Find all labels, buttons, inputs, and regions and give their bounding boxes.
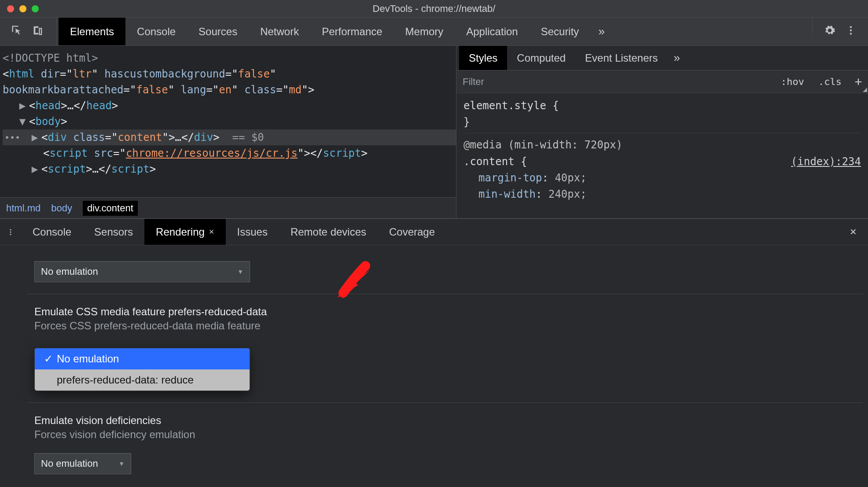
emulate-select-generic[interactable]: No emulation ▼ (34, 261, 250, 282)
chevron-down-icon: ▼ (118, 460, 125, 467)
drawer-tab-issues[interactable]: Issues (226, 219, 279, 245)
styles-tabs: Styles Computed Event Listeners » (456, 46, 868, 70)
kebab-menu-icon[interactable] (845, 25, 857, 38)
tab-memory[interactable]: Memory (394, 18, 455, 45)
expand-arrow-icon[interactable]: ▶ (18, 98, 26, 114)
section-description: Forces vision deficiency emulation (34, 428, 868, 441)
css-prop[interactable]: min-width (478, 188, 536, 200)
styles-filter-row: :hov .cls + (456, 70, 868, 93)
window-maximize-icon[interactable] (32, 5, 39, 12)
rule-selector: .content { (463, 155, 527, 168)
toolbar-left-icons (0, 18, 55, 45)
drawer-kebab-icon[interactable] (0, 219, 21, 245)
vision-deficiency-select[interactable]: No emulation ▼ (34, 453, 131, 474)
settings-icon[interactable] (824, 25, 835, 38)
annotation-arrow-icon (335, 261, 374, 301)
tab-security[interactable]: Security (530, 18, 591, 45)
tab-application[interactable]: Application (455, 18, 529, 45)
drawer: Console Sensors Rendering × Issues Remot… (0, 218, 868, 474)
resize-corner-icon[interactable] (863, 88, 867, 92)
separator (56, 18, 57, 45)
dropdown-option[interactable]: prefers-reduced-data: reduce (35, 369, 250, 391)
divider (26, 294, 863, 294)
element-style-selector: element.style { (463, 98, 861, 114)
svg-point-0 (850, 26, 852, 28)
styles-rules[interactable]: element.style { } @media (min-width: 720… (456, 93, 868, 205)
window-close-icon[interactable] (7, 5, 14, 12)
css-prop[interactable]: margin-top (478, 172, 542, 184)
svg-point-5 (10, 233, 11, 235)
drawer-tab-rendering-label: Rendering (156, 226, 205, 238)
tab-elements[interactable]: Elements (59, 18, 125, 45)
window-traffic-lights (0, 5, 39, 12)
device-toolbar-icon[interactable] (32, 24, 44, 39)
dropdown-option-label: No emulation (57, 353, 119, 365)
dom-tree[interactable]: <!DOCTYPE html> <html dir="ltr" hascusto… (0, 46, 456, 197)
svg-point-4 (10, 231, 11, 232)
breadcrumb-item[interactable]: body (51, 203, 72, 214)
tab-console[interactable]: Console (125, 18, 187, 45)
main-tabs-more-icon[interactable]: » (590, 18, 612, 45)
styles-pane: Styles Computed Event Listeners » :hov .… (456, 46, 868, 218)
drawer-tab-sensors[interactable]: Sensors (83, 219, 144, 245)
source-link[interactable]: (index):234 (791, 154, 861, 170)
element-style-close: } (463, 114, 861, 130)
select-value: No emulation (41, 266, 98, 277)
media-query-label: @media (min-width: 720px) (463, 137, 861, 153)
hov-toggle[interactable]: :hov (774, 76, 811, 87)
styles-tabs-more-icon[interactable]: » (668, 46, 686, 70)
drawer-close-icon[interactable]: × (839, 219, 868, 245)
tab-network[interactable]: Network (249, 18, 310, 45)
tab-performance[interactable]: Performance (310, 18, 394, 45)
inspect-element-icon[interactable] (11, 24, 23, 39)
section-description: Forces CSS prefers-reduced-data media fe… (34, 320, 868, 332)
drawer-tabs: Console Sensors Rendering × Issues Remot… (0, 219, 868, 245)
content-row: <!DOCTYPE html> <html dir="ltr" hascusto… (0, 46, 868, 218)
main-tab-row: Elements Console Sources Network Perform… (59, 18, 613, 45)
tab-styles[interactable]: Styles (459, 46, 507, 70)
drawer-tab-remote-devices[interactable]: Remote devices (279, 219, 378, 245)
breadcrumb-item[interactable]: html.md (6, 203, 40, 214)
close-tab-icon[interactable]: × (209, 227, 214, 237)
svg-point-3 (10, 229, 11, 230)
prefers-reduced-data-dropdown[interactable]: ✓ No emulation prefers-reduced-data: red… (34, 348, 250, 391)
divider (26, 402, 863, 403)
dropdown-option-label: prefers-reduced-data: reduce (57, 374, 194, 386)
dropdown-option[interactable]: ✓ No emulation (35, 348, 250, 369)
svg-point-2 (850, 33, 852, 34)
tab-computed[interactable]: Computed (507, 46, 575, 70)
drawer-tab-console[interactable]: Console (21, 219, 83, 245)
styles-filter-input[interactable] (456, 76, 774, 88)
window-titlebar: DevTools - chrome://newtab/ (0, 0, 868, 18)
expand-arrow-icon[interactable]: ▶ (31, 129, 39, 145)
drawer-tab-coverage[interactable]: Coverage (378, 219, 446, 245)
tab-event-listeners[interactable]: Event Listeners (575, 46, 667, 70)
separator (812, 18, 813, 33)
main-tabs: Elements Console Sources Network Perform… (0, 18, 868, 46)
breadcrumb: html.md body div.content (0, 197, 456, 218)
tab-sources[interactable]: Sources (187, 18, 249, 45)
checkmark-icon: ✓ (44, 353, 53, 365)
css-val[interactable]: 40px; (555, 172, 586, 184)
select-value: No emulation (41, 458, 98, 469)
section-title: Emulate vision deficiencies (34, 414, 868, 427)
drawer-tab-rendering[interactable]: Rendering × (144, 219, 225, 245)
window-title: DevTools - chrome://newtab/ (0, 3, 868, 15)
svg-point-1 (850, 30, 852, 31)
toolbar-right-icons (810, 18, 868, 45)
window-minimize-icon[interactable] (19, 5, 26, 12)
expand-arrow-icon[interactable]: ▶ (31, 161, 39, 177)
dom-doctype: <!DOCTYPE html> (3, 50, 98, 66)
css-val[interactable]: 240px; (548, 188, 587, 200)
breadcrumb-item[interactable]: div.content (83, 201, 138, 216)
rendering-panel: No emulation ▼ Emulate CSS media feature… (0, 245, 868, 474)
chevron-down-icon: ▼ (237, 268, 243, 275)
collapse-arrow-icon[interactable]: ▼ (18, 114, 26, 129)
cls-toggle[interactable]: .cls (811, 76, 849, 87)
section-title: Emulate CSS media feature prefers-reduce… (34, 306, 868, 318)
elements-pane: <!DOCTYPE html> <html dir="ltr" hascusto… (0, 46, 456, 218)
dom-selected-node[interactable]: ••• ▶<div class="content">…</div> == $0 (3, 129, 456, 145)
new-style-rule-button[interactable]: + (849, 74, 868, 89)
